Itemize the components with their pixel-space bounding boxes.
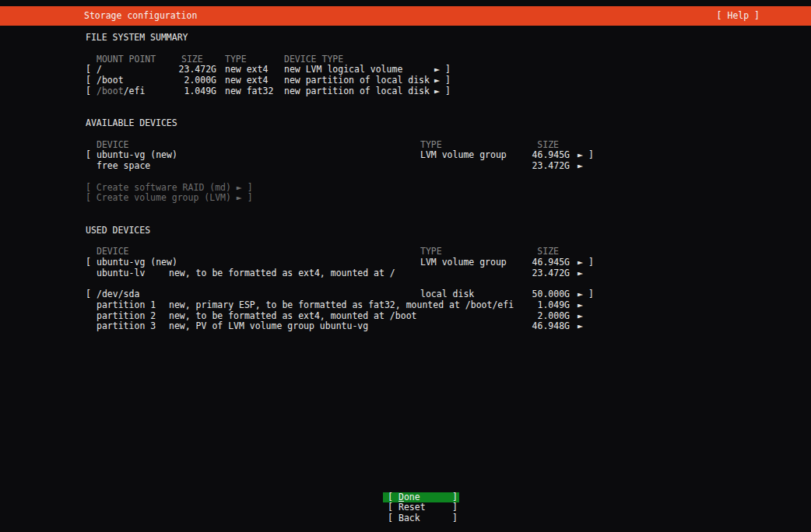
device-cell: partition 1 xyxy=(97,300,156,311)
create-software-raid-action: [ Create software RAID (md) ► ] xyxy=(86,183,811,194)
device-cell: /dev/sda xyxy=(97,289,139,300)
page-title: Storage configuration xyxy=(84,6,197,26)
bracket-open: [ xyxy=(86,257,91,268)
done-button[interactable]: [ Done ] xyxy=(383,492,459,503)
size-cell: 23.472G xyxy=(160,65,216,75)
type-cell: new fat32 xyxy=(225,86,273,97)
size-cell: 23.472G xyxy=(514,268,570,279)
storage-configuration-screen: Storage configuration [ Help ] FILE SYST… xyxy=(0,0,811,532)
type-column-header: TYPE xyxy=(225,54,247,65)
mount-point-column-header: MOUNT POINT xyxy=(97,54,156,65)
expand-arrow-icon: ► xyxy=(578,289,583,300)
device-cell: partition 3 xyxy=(97,321,156,332)
size-column-header: SIZE xyxy=(503,247,559,257)
used-row-ubuntu-lv[interactable]: ubuntu-lv new, to be formatted as ext4, … xyxy=(0,268,811,279)
size-cell: 50.000G xyxy=(514,289,570,300)
available-row-ubuntu-vg[interactable]: [ ubuntu-vg (new) LVM volume group 46.94… xyxy=(0,150,811,161)
bracket-open: [ xyxy=(86,150,91,161)
description-cell: new, to be formatted as ext4, mounted at… xyxy=(169,311,417,322)
mount-point-cell: /boot xyxy=(97,75,124,86)
bracket-open: [ xyxy=(388,492,393,503)
size-cell: 23.472G xyxy=(514,161,570,172)
fs-row-boot[interactable]: [ /boot 2.000G new ext4 new partition of… xyxy=(0,75,811,86)
expand-arrow-icon: ► xyxy=(434,65,440,75)
bracket-open: [ xyxy=(86,86,91,97)
reset-button[interactable]: [ Reset ] xyxy=(383,502,459,513)
create-volume-group-action: [ Create volume group (LVM) ► ] xyxy=(86,193,811,204)
fs-row-boot-efi[interactable]: [ /boot/efi 1.049G new fat32 new partiti… xyxy=(0,86,811,97)
device-column-header: DEVICE xyxy=(97,247,129,257)
bracket-open: [ xyxy=(388,502,393,513)
device-type-cell: new LVM logical volume xyxy=(284,65,402,75)
device-cell: ubuntu-lv xyxy=(97,268,145,279)
used-devices-section-title: USED DEVICES xyxy=(86,226,811,236)
expand-arrow-icon: ► xyxy=(578,300,583,311)
bracket-close: ] xyxy=(588,257,594,268)
type-cell: LVM volume group xyxy=(420,150,507,161)
device-cell: ubuntu-vg (new) xyxy=(97,150,177,161)
back-button[interactable]: [ Back ] xyxy=(383,513,459,524)
bracket-close: ] xyxy=(445,65,451,75)
bracket-close: ] xyxy=(452,513,458,524)
used-row-partition-3[interactable]: partition 3 new, PV of LVM volume group … xyxy=(0,321,811,332)
available-row-free-space[interactable]: free space 23.472G ► xyxy=(0,161,811,172)
expand-arrow-icon: ► xyxy=(578,150,583,161)
bracket-close: ] xyxy=(452,492,458,503)
description-cell: new, to be formatted as ext4, mounted at… xyxy=(169,268,395,279)
bracket-open: [ xyxy=(388,513,393,524)
fs-summary-section-title: FILE SYSTEM SUMMARY xyxy=(86,33,811,44)
bracket-close: ] xyxy=(588,289,594,300)
bracket-close: ] xyxy=(445,86,451,97)
device-cell: free space xyxy=(97,161,150,172)
expand-arrow-icon: ► xyxy=(434,86,440,97)
title-bar: Storage configuration [ Help ] xyxy=(0,6,811,26)
size-cell: 46.945G xyxy=(514,257,570,268)
bracket-open: [ xyxy=(86,75,91,86)
help-button[interactable]: [ Help ] xyxy=(717,6,760,26)
size-column-header: SIZE xyxy=(503,140,559,151)
used-row-ubuntu-vg[interactable]: [ ubuntu-vg (new) LVM volume group 46.94… xyxy=(0,257,811,268)
type-column-header: TYPE xyxy=(420,140,442,151)
used-row-dev-sda[interactable]: [ /dev/sda local disk 50.000G ► ] xyxy=(0,289,811,300)
device-type-column-header: DEVICE TYPE xyxy=(284,54,343,65)
type-column-header: TYPE xyxy=(420,247,442,257)
fs-row-root[interactable]: [ / 23.472G new ext4 new LVM logical vol… xyxy=(0,65,811,75)
expand-arrow-icon: ► xyxy=(578,161,583,172)
mount-point-cell: /boot/efi xyxy=(97,86,145,97)
device-cell: ubuntu-vg (new) xyxy=(97,257,177,268)
type-cell: local disk xyxy=(420,289,474,300)
mount-point-cell: / xyxy=(97,65,102,75)
bracket-close: ] xyxy=(445,75,451,86)
size-cell: 1.049G xyxy=(160,86,216,97)
expand-arrow-icon: ► xyxy=(578,311,583,322)
device-type-cell: new partition of local disk xyxy=(284,86,430,97)
size-cell: 1.049G xyxy=(514,300,570,311)
available-devices-section-title: AVAILABLE DEVICES xyxy=(86,118,811,129)
size-cell: 2.000G xyxy=(514,311,570,322)
done-button-label: Done xyxy=(398,492,420,503)
bracket-open: [ xyxy=(86,65,91,75)
type-cell: new ext4 xyxy=(225,65,268,75)
used-devices-column-headers: DEVICE TYPE SIZE xyxy=(0,247,811,257)
description-cell: new, primary ESP, to be formatted as fat… xyxy=(169,300,514,311)
type-cell: new ext4 xyxy=(225,75,268,86)
expand-arrow-icon: ► xyxy=(578,257,583,268)
description-cell: new, PV of LVM volume group ubuntu-vg xyxy=(169,321,368,332)
used-row-partition-1[interactable]: partition 1 new, primary ESP, to be form… xyxy=(0,300,811,311)
type-cell: LVM volume group xyxy=(420,257,507,268)
device-column-header: DEVICE xyxy=(97,140,129,151)
expand-arrow-icon: ► xyxy=(578,268,583,279)
bracket-close: ] xyxy=(588,150,594,161)
size-cell: 46.945G xyxy=(514,150,570,161)
bracket-close: ] xyxy=(452,502,458,513)
expand-arrow-icon: ► xyxy=(578,321,583,332)
device-type-cell: new partition of local disk xyxy=(284,75,430,86)
reset-button-label: Reset xyxy=(398,502,426,513)
size-column-header: SIZE xyxy=(181,54,203,65)
used-row-partition-2[interactable]: partition 2 new, to be formatted as ext4… xyxy=(0,311,811,322)
expand-arrow-icon: ► xyxy=(434,75,440,86)
bracket-open: [ xyxy=(86,289,91,300)
size-cell: 2.000G xyxy=(160,75,216,86)
back-button-label: Back xyxy=(398,513,420,524)
size-cell: 46.948G xyxy=(514,321,570,332)
